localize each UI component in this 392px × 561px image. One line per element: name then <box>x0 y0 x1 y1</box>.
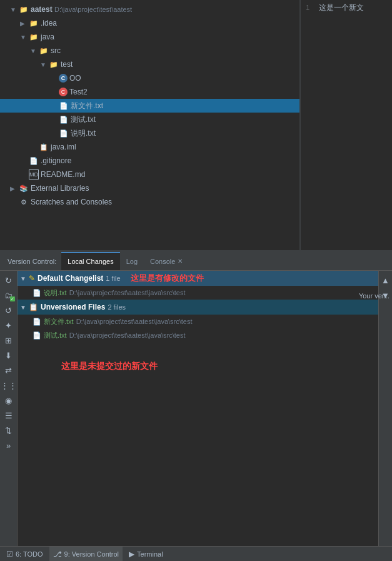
tree-newfile-label: 新文件.txt <box>71 101 103 111</box>
file-entry-xin-wen-jian[interactable]: 📄 新文件.txt D:\java\project\test\aatest\ja… <box>18 315 378 328</box>
file-name-shuo-ming: 说明.txt <box>44 288 67 298</box>
file-path-xin-wen-jian: D:\java\project\test\aatest\java\src\tes… <box>76 318 193 325</box>
test-txt-icon: 📄 <box>59 114 69 124</box>
editor-area: 1 这是一个新文 <box>300 0 392 250</box>
unversioned-changelist-name: Unversioned Files <box>41 303 105 311</box>
status-terminal-label: Terminal <box>137 550 163 558</box>
right-toolbar: ▲ ▼ <box>378 271 392 558</box>
file-icon-shuo-ming: 📄 <box>33 289 41 297</box>
tree-oo-label: OO <box>69 74 81 83</box>
tree-test[interactable]: ▼ 📁 test <box>0 58 299 71</box>
status-todo[interactable]: ☑ 6: TODO <box>3 547 47 561</box>
md-icon: MD <box>29 169 39 179</box>
tree-src[interactable]: ▼ 📁 src <box>0 44 299 58</box>
filter-button[interactable]: ☰ <box>2 408 16 422</box>
unversioned-annotation-container: 这里是未提交过的新文件 <box>18 342 378 378</box>
unversioned-changelist-header[interactable]: ▼ 📋 Unversioned Files 2 files <box>18 300 378 315</box>
tree-root[interactable]: ▼ 📁 aatest D:\java\project\test\aatest <box>0 3 299 16</box>
vc-tab-label: Version Control: <box>3 255 61 268</box>
line-number: 1 <box>306 4 309 11</box>
tree-oo[interactable]: ▶ C OO <box>0 71 299 85</box>
terminal-icon: ▶ <box>129 550 134 558</box>
tree-arrow-java: ▼ <box>20 34 29 41</box>
unversioned-changelist-icon: 📋 <box>29 303 38 311</box>
tree-arrow-src: ▼ <box>30 48 39 54</box>
sort-button[interactable]: ⇅ <box>2 423 16 437</box>
scratches-icon: ⚙ <box>19 197 29 207</box>
default-changelist-arrow: ▼ <box>20 275 26 282</box>
tree-test2[interactable]: ▶ C Test2 <box>0 85 299 99</box>
rollback-button[interactable]: ↺ <box>2 303 16 317</box>
tab-log[interactable]: Log <box>120 252 144 270</box>
vc-icon: ⎇ <box>53 550 62 558</box>
status-todo-label: 6: TODO <box>16 550 43 558</box>
eye-button[interactable]: ◉ <box>2 393 16 407</box>
tab-console[interactable]: Console ✕ <box>144 252 189 270</box>
tab-local-changes[interactable]: Local Changes <box>61 252 119 270</box>
tree-readme-md-label: README.md <box>41 170 85 179</box>
file-icon-ce-shi: 📄 <box>33 331 41 340</box>
tree-idea-label: .idea <box>41 19 57 28</box>
add-button[interactable]: ✦ <box>2 318 16 332</box>
tree-newfile[interactable]: ▶ 📄 新文件.txt <box>0 99 299 113</box>
file-tree: ▼ 📁 aatest D:\java\project\test\aatest ▶… <box>0 0 300 250</box>
tab-console-close[interactable]: ✕ <box>178 258 183 265</box>
idea-folder-icon: 📁 <box>29 18 39 28</box>
file-entry-ce-shi[interactable]: 📄 测试.txt D:\java\project\test\aatest\jav… <box>18 328 378 342</box>
oo-class-icon: C <box>59 74 68 83</box>
ext-lib-icon: 📚 <box>19 183 29 193</box>
tree-gitignore[interactable]: ▶ 📄 .gitignore <box>0 154 299 168</box>
status-terminal[interactable]: ▶ Terminal <box>125 547 167 561</box>
tree-readme-txt[interactable]: ▶ 📄 说明.txt <box>0 126 299 140</box>
left-toolbar: ↻ 🗂 ✓ ↺ ✦ ⊞ ⬇ ⇄ ⋮⋮ ◉ ☰ ⇅ » <box>0 271 18 558</box>
newfile-icon: 📄 <box>59 101 69 111</box>
status-vc-label: 9: Version Control <box>64 550 119 558</box>
tree-test-txt-label: 测试.txt <box>71 114 96 125</box>
test2-class-icon: C <box>59 88 68 96</box>
commit-button[interactable]: 🗂 ✓ <box>2 288 16 302</box>
tree-readme-md[interactable]: ▶ MD README.md <box>0 168 299 181</box>
tree-root-label: aatest D:\java\project\test\aatest <box>31 5 132 14</box>
up-button[interactable]: ▲ <box>379 273 393 287</box>
unversioned-changelist-count: 2 files <box>108 303 126 311</box>
tree-scratches[interactable]: ▶ ⚙ Scratches and Consoles <box>0 195 299 209</box>
download-button[interactable]: ⬇ <box>2 348 16 362</box>
java-folder-icon: 📁 <box>29 32 39 42</box>
tree-ext-lib[interactable]: ▶ 📚 External Libraries <box>0 181 299 195</box>
file-icon-xin-wen-jian: 📄 <box>33 318 41 326</box>
tree-test-txt[interactable]: ▶ 📄 测试.txt <box>0 113 299 126</box>
move-button[interactable]: ⇄ <box>2 363 16 377</box>
tree-gitignore-label: .gitignore <box>41 156 71 165</box>
tab-bar: Version Control: Local Changes Log Conso… <box>0 252 392 271</box>
folder-icon: 📁 <box>19 4 29 14</box>
status-vc[interactable]: ⎇ 9: Version Control <box>49 547 123 561</box>
tree-idea[interactable]: ▶ 📁 .idea <box>0 16 299 30</box>
tree-java-iml[interactable]: ▶ 📋 java.iml <box>0 140 299 154</box>
editor-content: 这是一个新文 <box>319 3 364 12</box>
git-icon: 📄 <box>29 156 39 166</box>
default-changelist-header[interactable]: ▼ ✎ Default Changelist 1 file 这里是有修改的文件 <box>18 271 378 286</box>
group-button[interactable]: ⋮⋮ <box>2 378 16 392</box>
unversioned-changelist-arrow: ▼ <box>20 304 26 311</box>
diff-button[interactable]: ⊞ <box>2 333 16 347</box>
refresh-button[interactable]: ↻ <box>2 273 16 287</box>
tree-arrow-root: ▼ <box>10 6 19 13</box>
your-version-text: Your ver... <box>359 292 389 300</box>
tree-src-label: src <box>51 46 61 55</box>
tree-arrow-ext-lib: ▶ <box>10 185 19 192</box>
unversioned-annotation: 这里是未提交过的新文件 <box>61 361 158 371</box>
tree-java-label: java <box>41 33 54 41</box>
file-name-ce-shi: 测试.txt <box>44 331 67 340</box>
vc-content: ↻ 🗂 ✓ ↺ ✦ ⊞ ⬇ ⇄ ⋮⋮ ◉ ☰ ⇅ » ▼ ✎ Default C… <box>0 271 392 558</box>
test-folder-icon: 📁 <box>49 59 59 69</box>
more-button[interactable]: » <box>2 438 16 452</box>
tree-test2-label: Test2 <box>69 88 88 96</box>
default-changelist-count: 1 file <box>106 275 120 282</box>
tree-iml-label: java.iml <box>51 143 76 151</box>
commit-check-icon: ✓ <box>10 296 15 301</box>
file-path-ce-shi: D:\java\project\test\aatest\java\src\tes… <box>69 331 186 339</box>
todo-icon: ☑ <box>6 550 13 558</box>
file-entry-shuo-ming[interactable]: 📄 说明.txt D:\java\project\test\aatest\jav… <box>18 286 378 300</box>
tree-java[interactable]: ▼ 📁 java <box>0 30 299 44</box>
tree-arrow-test: ▼ <box>40 61 49 68</box>
